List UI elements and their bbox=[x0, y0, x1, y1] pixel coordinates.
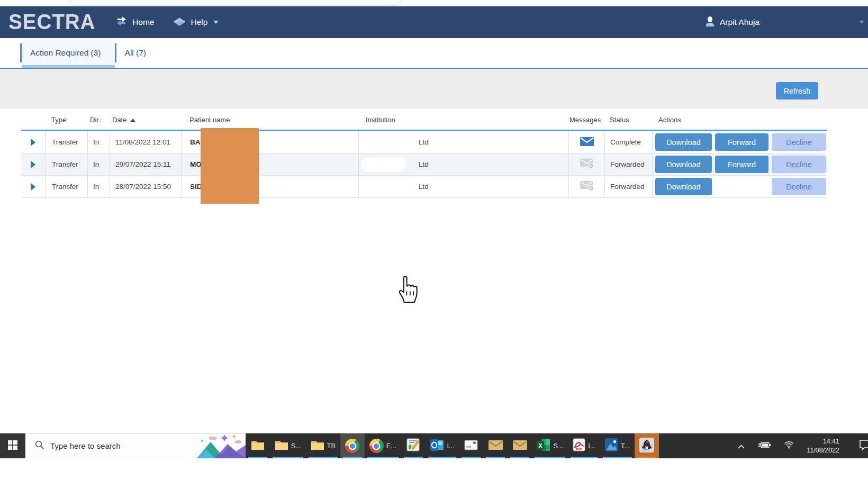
app-header: SECTRA Home Help bbox=[0, 6, 868, 38]
nav-help[interactable]: Help bbox=[173, 16, 219, 29]
nav-home-label: Home bbox=[132, 17, 154, 27]
taskbar-item-pdf[interactable]: PDF I... bbox=[568, 433, 600, 458]
outlook-icon bbox=[430, 439, 445, 454]
envelope-message-icon[interactable] bbox=[580, 137, 594, 148]
start-button[interactable] bbox=[0, 433, 25, 458]
expand-row-icon[interactable] bbox=[31, 161, 35, 168]
forward-button[interactable]: Forward bbox=[715, 133, 768, 151]
wifi-icon[interactable] bbox=[784, 441, 794, 451]
chrome-icon bbox=[369, 439, 384, 453]
header-dir[interactable]: Dir. bbox=[87, 110, 110, 130]
cell-status: Complete bbox=[604, 131, 652, 153]
chrome-icon bbox=[345, 439, 359, 453]
taskbar-item-photos[interactable]: T... bbox=[600, 433, 635, 458]
expand-row-icon[interactable] bbox=[31, 183, 35, 191]
header-messages[interactable]: Messages bbox=[568, 110, 604, 130]
java-app-icon bbox=[639, 438, 654, 455]
person-icon bbox=[705, 16, 715, 29]
header-date[interactable]: Date bbox=[110, 110, 181, 130]
running-indicator bbox=[462, 457, 481, 459]
sort-ascending-icon bbox=[130, 119, 135, 122]
cell-date: 28/07/2022 15:50 bbox=[110, 176, 181, 197]
running-indicator bbox=[248, 457, 267, 459]
envelope-add-disabled-icon bbox=[580, 159, 594, 170]
clock-time: 14:41 bbox=[807, 437, 839, 446]
taskbar-item-envelope[interactable] bbox=[483, 433, 508, 458]
toolbar: Refresh bbox=[0, 69, 868, 109]
envelope-icon bbox=[489, 440, 503, 452]
user-name: Arpit Ahuja bbox=[720, 17, 760, 27]
taskbar-item-folder[interactable]: S... bbox=[270, 433, 306, 458]
taskbar-item-excel[interactable]: X S... bbox=[532, 433, 568, 458]
taskbar-item-java-app[interactable] bbox=[635, 433, 659, 458]
header-type[interactable]: Type bbox=[45, 110, 87, 130]
decline-button[interactable]: Decline bbox=[772, 156, 826, 173]
taskbar-search[interactable] bbox=[25, 433, 246, 458]
cell-actions: Download Decline bbox=[652, 176, 827, 197]
nav-help-label: Help bbox=[191, 17, 207, 27]
running-indicator bbox=[535, 457, 565, 459]
cell-dir: In bbox=[87, 153, 110, 175]
download-button[interactable]: Download bbox=[655, 133, 712, 151]
forward-button[interactable]: Forward bbox=[715, 156, 768, 173]
running-indicator bbox=[343, 457, 362, 459]
cell-institution: Ltd bbox=[358, 176, 568, 197]
cell-status: Forwarded bbox=[604, 176, 652, 197]
header-status[interactable]: Status bbox=[604, 110, 652, 130]
taskbar-item-chrome[interactable] bbox=[340, 433, 365, 458]
sectra-logo: SECTRA bbox=[8, 10, 95, 34]
cell-date: 11/08/2022 12:01 bbox=[110, 131, 181, 153]
header-patient-name[interactable]: Patient name bbox=[181, 110, 358, 130]
taskbar-item-folder[interactable] bbox=[246, 433, 270, 458]
taskbar-clock[interactable]: 14:41 11/08/2022 bbox=[807, 437, 839, 455]
taskbar-item-chrome[interactable]: E... bbox=[365, 433, 401, 458]
tray-chevron-up-icon[interactable] bbox=[738, 441, 745, 451]
header-chevron-down-icon[interactable] bbox=[859, 21, 864, 24]
mail-window-icon bbox=[464, 440, 478, 452]
empty-action-slot bbox=[715, 178, 768, 195]
image-editor-icon bbox=[406, 438, 420, 454]
cell-date: 29/07/2022 15:11 bbox=[110, 153, 181, 175]
user-menu[interactable]: Arpit Ahuja bbox=[705, 6, 760, 38]
system-tray: 14:41 11/08/2022 bbox=[738, 433, 868, 458]
envelope-add-disabled-icon bbox=[580, 181, 594, 193]
nav-home[interactable]: Home bbox=[115, 16, 154, 29]
download-button[interactable]: Download bbox=[655, 178, 712, 195]
taskbar-item-image-editor[interactable] bbox=[401, 433, 426, 458]
taskbar-item-outlook[interactable]: I... bbox=[426, 433, 459, 458]
tab-all[interactable]: All (7) bbox=[116, 38, 160, 68]
taskbar-items: S... TB E... bbox=[246, 433, 659, 458]
clock-date: 11/08/2022 bbox=[807, 446, 839, 455]
download-button[interactable]: Download bbox=[655, 156, 712, 173]
running-indicator bbox=[603, 457, 632, 459]
running-indicator bbox=[486, 457, 505, 459]
decline-button[interactable]: Decline bbox=[772, 133, 826, 151]
battery-charging-icon[interactable] bbox=[757, 441, 771, 451]
pdf-icon: PDF bbox=[573, 438, 585, 454]
svg-text:PDF: PDF bbox=[576, 448, 583, 451]
taskbar-item-mail-window[interactable] bbox=[459, 433, 483, 458]
folder-icon bbox=[251, 439, 265, 452]
running-indicator bbox=[309, 457, 338, 459]
cell-institution: Ltd bbox=[358, 131, 568, 153]
taskbar-item-folder[interactable]: TB bbox=[306, 433, 340, 458]
transfer-arrows-icon bbox=[115, 16, 128, 29]
notification-center-icon[interactable] bbox=[860, 439, 868, 453]
decline-button[interactable]: Decline bbox=[772, 178, 826, 195]
search-highlight-art bbox=[197, 433, 246, 458]
search-input[interactable] bbox=[50, 441, 172, 450]
institution-redaction bbox=[360, 157, 407, 172]
taskbar-item-envelope[interactable] bbox=[508, 433, 532, 458]
hand-cursor bbox=[396, 273, 418, 306]
folder-icon bbox=[311, 439, 324, 452]
cell-dir: In bbox=[87, 176, 110, 197]
cell-dir: In bbox=[87, 131, 110, 153]
header-institution[interactable]: Institution bbox=[358, 110, 568, 130]
expand-row-icon[interactable] bbox=[31, 139, 35, 146]
tab-action-required[interactable]: Action Required (3) bbox=[22, 38, 115, 68]
windows-taskbar: S... TB E... bbox=[0, 433, 868, 458]
table-row: Transfer In 11/08/2022 12:01 BAL Ltd Com… bbox=[21, 131, 827, 153]
refresh-button[interactable]: Refresh bbox=[776, 82, 818, 99]
svg-text:X: X bbox=[539, 442, 543, 448]
running-indicator bbox=[637, 457, 656, 459]
